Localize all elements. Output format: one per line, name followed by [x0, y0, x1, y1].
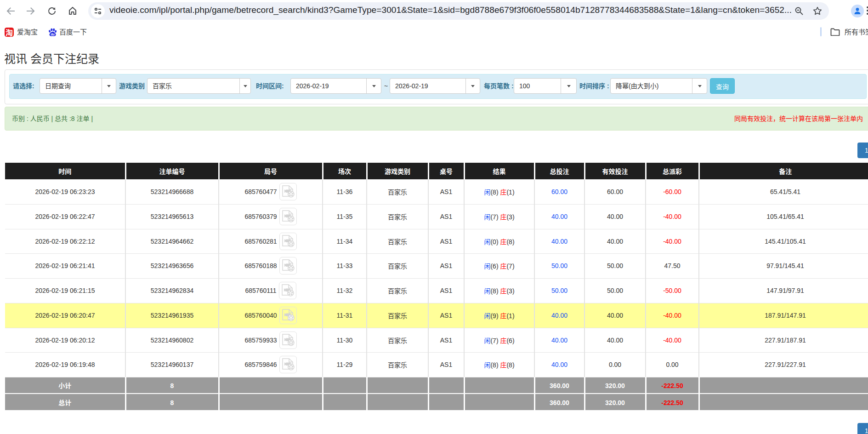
svg-text:du: du [51, 33, 54, 36]
